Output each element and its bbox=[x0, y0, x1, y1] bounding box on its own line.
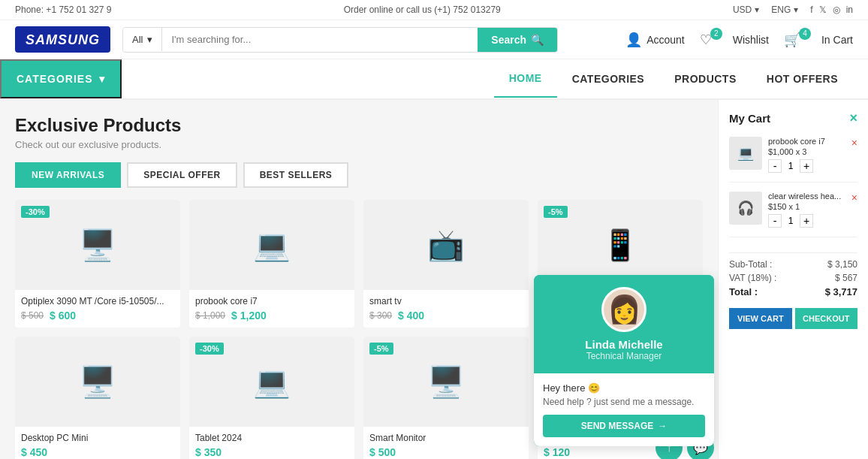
cart-item-remove-button[interactable]: × bbox=[851, 137, 857, 149]
cart-item-price: $150 x 1 bbox=[768, 202, 845, 211]
product-price: $ 350 bbox=[195, 446, 348, 458]
wishlist-label: Wishlist bbox=[733, 34, 769, 46]
subtotal-label: Sub-Total : bbox=[729, 259, 772, 270]
twitter-icon[interactable]: 𝕏 bbox=[819, 5, 827, 15]
categories-dropdown-button[interactable]: CATEGORIES ▾ bbox=[0, 59, 122, 98]
price-new: $ 500 bbox=[369, 446, 396, 458]
section-title: Exclusive Products bbox=[15, 115, 703, 136]
header: SAMSUNG All ▾ Search 🔍 👤 Account ♡ 2 Wis… bbox=[0, 20, 868, 59]
view-cart-button[interactable]: VIEW CART bbox=[729, 308, 792, 329]
product-price: $ 500 $ 600 bbox=[21, 310, 174, 322]
product-price: $ 500 bbox=[369, 446, 523, 458]
qty-increase-button[interactable]: + bbox=[800, 214, 813, 228]
logo-text: SAMSUNG bbox=[15, 26, 110, 53]
checkout-button[interactable]: CHECKOUT bbox=[795, 308, 858, 329]
language-selector[interactable]: ENG ▾ bbox=[771, 5, 798, 15]
search-icon: 🔍 bbox=[531, 34, 544, 46]
send-arrow-icon: → bbox=[658, 421, 667, 431]
cart-item: 💻 probook core i7 $1,000 x 3 - 1 + × bbox=[729, 137, 857, 183]
cart-button[interactable]: 🛒 4 In Cart bbox=[784, 32, 853, 48]
chat-greeting: Hey there 😊 bbox=[543, 382, 705, 394]
product-info: probook core i7 $ 1,000 $ 1,200 bbox=[189, 290, 354, 328]
nav-categories[interactable]: CATEGORIES bbox=[557, 61, 660, 97]
qty-increase-button[interactable]: + bbox=[800, 159, 813, 173]
top-bar: Phone: +1 752 01 327 9 Order online or c… bbox=[0, 0, 868, 20]
logo[interactable]: SAMSUNG bbox=[15, 26, 110, 53]
cart-item-image: 💻 bbox=[729, 137, 762, 170]
cart-item-name: probook core i7 bbox=[768, 137, 845, 146]
chat-agent-role: Technical Manager bbox=[586, 351, 662, 361]
currency-selector[interactable]: USD ▾ bbox=[733, 5, 759, 15]
nav-bar: CATEGORIES ▾ HOME CATEGORIES PRODUCTS HO… bbox=[0, 59, 868, 100]
product-card[interactable]: 🖥️ Desktop PC Mini $ 450 bbox=[15, 337, 180, 459]
product-card[interactable]: -5% 🖥️ Smart Monitor $ 500 bbox=[363, 337, 529, 459]
header-actions: 👤 Account ♡ 2 Wishlist 🛒 4 In Cart bbox=[625, 32, 853, 48]
product-card[interactable]: -30% 💻 Tablet 2024 $ 350 bbox=[189, 337, 354, 459]
chat-avatar: 👩 bbox=[601, 287, 646, 332]
product-info: Smart Monitor $ 500 bbox=[363, 427, 529, 459]
cart-actions: VIEW CART CHECKOUT bbox=[729, 308, 857, 329]
product-image: 🖥️ bbox=[15, 337, 180, 427]
qty-decrease-button[interactable]: - bbox=[768, 159, 782, 173]
cart-item-details: probook core i7 $1,000 x 3 - 1 + bbox=[768, 137, 845, 173]
filter-special-offer[interactable]: SPECIAL OFFER bbox=[127, 162, 237, 188]
qty-decrease-button[interactable]: - bbox=[768, 214, 782, 228]
categories-btn-label: CATEGORIES bbox=[17, 73, 93, 85]
filter-tabs: NEW ARRIVALS SPECIAL OFFER BEST SELLERS bbox=[15, 162, 703, 188]
search-input[interactable] bbox=[162, 28, 478, 51]
filter-best-sellers[interactable]: BEST SELLERS bbox=[243, 162, 349, 188]
search-button[interactable]: Search 🔍 bbox=[478, 28, 557, 52]
cart-item-price: $1,000 x 3 bbox=[768, 147, 845, 156]
price-new: $ 600 bbox=[50, 310, 76, 322]
instagram-icon[interactable]: ◎ bbox=[833, 5, 840, 15]
vat-row: VAT (18%) : $ 567 bbox=[729, 273, 857, 283]
total-label: Total : bbox=[729, 286, 758, 297]
price-old: $ 1,000 bbox=[195, 310, 225, 321]
social-links: f 𝕏 ◎ in bbox=[810, 5, 853, 15]
product-card[interactable]: 📺 smart tv $ 300 $ 400 bbox=[363, 200, 529, 328]
section-subtitle: Check out our exclusive products. bbox=[15, 139, 703, 150]
product-card[interactable]: -30% 🖥️ Optiplex 3090 MT /Core i5-10505/… bbox=[15, 200, 180, 328]
account-label: Account bbox=[646, 34, 685, 46]
chat-popup: 👩 Linda Michelle Technical Manager Hey t… bbox=[534, 275, 714, 446]
product-info: Optiplex 3090 MT /Core i5-10505/... $ 50… bbox=[15, 290, 180, 328]
account-button[interactable]: 👤 Account bbox=[625, 32, 685, 48]
cart-item-qty: - 1 + bbox=[768, 159, 845, 173]
filter-new-arrivals[interactable]: NEW ARRIVALS bbox=[15, 162, 121, 188]
product-name: smart tv bbox=[369, 296, 523, 307]
chat-send-button[interactable]: SEND MESSAGE → bbox=[543, 415, 705, 437]
product-badge: -30% bbox=[195, 343, 224, 355]
qty-value: 1 bbox=[785, 216, 797, 226]
price-old: $ 500 bbox=[21, 310, 44, 321]
cart-badge: 4 bbox=[799, 28, 811, 40]
linkedin-icon[interactable]: in bbox=[846, 5, 853, 15]
currency-label: USD bbox=[733, 5, 752, 15]
product-card[interactable]: 💻 probook core i7 $ 1,000 $ 1,200 bbox=[189, 200, 354, 328]
product-price: $ 300 $ 400 bbox=[369, 310, 523, 322]
qty-value: 1 bbox=[785, 161, 797, 171]
vat-value: $ 567 bbox=[835, 273, 857, 283]
nav-hot-offers[interactable]: HOT OFFERS bbox=[752, 61, 853, 97]
chat-popup-header: 👩 Linda Michelle Technical Manager bbox=[534, 275, 714, 373]
nav-products[interactable]: PRODUCTS bbox=[659, 61, 752, 97]
nav-home[interactable]: HOME bbox=[494, 60, 557, 98]
product-badge: -30% bbox=[21, 206, 50, 218]
cart-icon: 🛒 bbox=[784, 32, 800, 48]
cart-item-image: 🎧 bbox=[729, 192, 762, 225]
cart-close-button[interactable]: × bbox=[849, 110, 857, 126]
search-category-dropdown[interactable]: All ▾ bbox=[123, 28, 162, 51]
chat-send-label: SEND MESSAGE bbox=[581, 421, 654, 431]
product-price: $ 450 bbox=[21, 446, 174, 458]
currency-chevron-icon: ▾ bbox=[755, 5, 759, 15]
cart-item-remove-button[interactable]: × bbox=[851, 192, 857, 204]
price-new: $ 1,200 bbox=[231, 310, 267, 322]
wishlist-button[interactable]: ♡ 2 Wishlist bbox=[700, 32, 769, 48]
price-old: $ 300 bbox=[369, 310, 392, 321]
vat-label: VAT (18%) : bbox=[729, 273, 776, 283]
facebook-icon[interactable]: f bbox=[810, 5, 812, 15]
product-name: probook core i7 bbox=[195, 296, 348, 307]
chat-message: Need help ? just send me a message. bbox=[543, 397, 705, 407]
cart-panel: My Cart × 💻 probook core i7 $1,000 x 3 -… bbox=[718, 100, 868, 459]
product-image: 💻 bbox=[189, 200, 354, 290]
product-image: 📺 bbox=[363, 200, 529, 290]
